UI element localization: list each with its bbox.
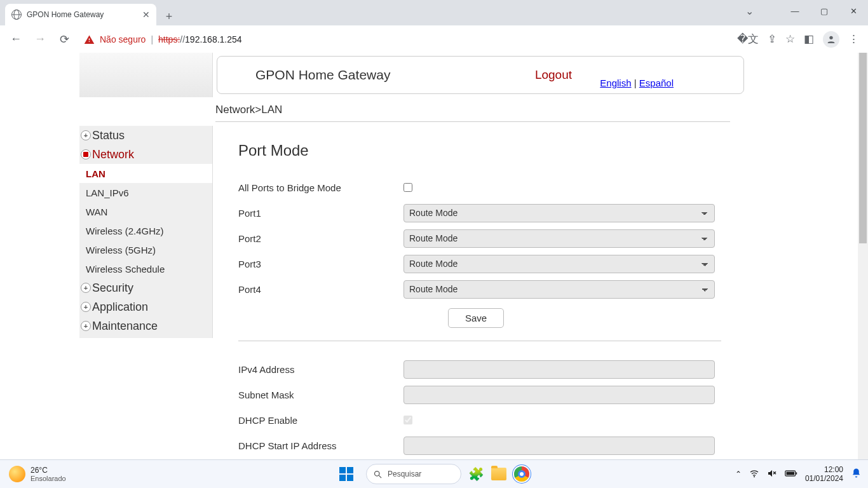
back-button[interactable]: ← <box>5 29 27 50</box>
svg-line-2 <box>379 475 381 478</box>
breadcrumb: Network>LAN <box>215 104 282 116</box>
sidebar-sub-wireless-5[interactable]: Wireless (5GHz) <box>79 240 212 259</box>
volume-muted-icon[interactable] <box>767 468 777 480</box>
weather-widget[interactable]: 26°C Ensolarado <box>0 466 66 482</box>
clock-date: 01/01/2024 <box>805 474 843 483</box>
tab-title: GPON Home Gateway <box>27 10 104 19</box>
share-icon[interactable]: ⇪ <box>768 32 776 46</box>
collapse-icon <box>81 149 91 159</box>
checkbox-dhcp-enable[interactable] <box>403 416 412 424</box>
bookmark-icon[interactable]: ☆ <box>785 32 795 46</box>
menu-icon[interactable]: ⋮ <box>848 32 859 46</box>
translate-icon[interactable]: �文 <box>737 32 759 46</box>
battery-icon[interactable] <box>785 470 797 479</box>
row-port2: Port2 Route Mode <box>238 226 728 251</box>
window-maximize-button[interactable]: ▢ <box>810 0 839 22</box>
tab-strip: GPON Home Gateway ✕ + ⌄ — ▢ ✕ <box>0 0 868 25</box>
sidebar-item-network[interactable]: Network <box>79 145 212 164</box>
sidebar-item-application[interactable]: Application <box>79 297 212 316</box>
windows-icon <box>339 467 353 481</box>
label-ipv4-address: IPv4 Address <box>238 364 403 375</box>
row-port4: Port4 Route Mode <box>238 276 728 302</box>
lang-separator: | <box>634 78 639 88</box>
browser-tab[interactable]: GPON Home Gateway ✕ <box>5 4 156 25</box>
tab-close-icon[interactable]: ✕ <box>142 10 150 20</box>
chrome-icon <box>514 466 529 482</box>
forward-button[interactable]: → <box>29 29 51 50</box>
scrollbar-thumb[interactable] <box>859 53 867 243</box>
logo-area <box>79 53 213 97</box>
tray-chevron-icon[interactable]: ⌃ <box>735 470 742 478</box>
sidebar-sub-wireless-24[interactable]: Wireless (2.4GHz) <box>79 221 212 240</box>
save-button[interactable]: Save <box>448 308 504 328</box>
taskbar-app-explorer[interactable] <box>491 466 507 482</box>
row-dhcp-enable: DHCP Enable <box>238 407 728 433</box>
input-dhcp-start[interactable] <box>403 437 715 455</box>
start-button[interactable] <box>338 466 355 482</box>
sidebar: Status Network LAN LAN_IPv6 WAN Wireless… <box>79 126 213 338</box>
search-icon <box>373 470 383 479</box>
input-subnet-mask[interactable] <box>403 386 715 404</box>
label-dhcp-start: DHCP Start IP Address <box>238 440 403 451</box>
label-dhcp-enable: DHCP Enable <box>238 415 403 426</box>
sidebar-sub-lan[interactable]: LAN <box>79 164 212 183</box>
select-port2[interactable]: Route Mode <box>403 229 715 248</box>
svg-rect-8 <box>786 471 794 475</box>
select-port3[interactable]: Route Mode <box>403 255 715 273</box>
globe-icon <box>11 10 22 20</box>
save-row: Save <box>238 308 728 328</box>
not-secure-label: Não seguro <box>100 34 146 44</box>
new-tab-button[interactable]: + <box>160 8 178 25</box>
expand-icon <box>81 283 91 293</box>
clock[interactable]: 12:00 01/01/2024 <box>805 465 843 484</box>
lang-espanol-link[interactable]: Español <box>639 78 674 88</box>
taskbar-app-chrome[interactable] <box>513 466 530 482</box>
row-port1: Port1 Route Mode <box>238 200 728 226</box>
row-ipv4: IPv4 Address <box>238 356 728 382</box>
tabs-chevron-icon[interactable]: ⌄ <box>745 5 754 17</box>
sidebar-item-status[interactable]: Status <box>79 126 212 145</box>
weather-cond: Ensolarado <box>31 475 66 482</box>
window-minimize-button[interactable]: — <box>780 0 810 22</box>
logout-link[interactable]: Logout <box>535 68 572 82</box>
header-divider <box>215 121 730 122</box>
label-port4: Port4 <box>238 284 403 295</box>
expand-icon <box>81 321 91 331</box>
url-field[interactable]: Não seguro | https://192.168.1.254 <box>78 30 719 49</box>
sidebar-sub-lan-ipv6[interactable]: LAN_IPv6 <box>79 183 212 202</box>
sun-icon <box>9 466 25 482</box>
svg-point-3 <box>754 476 755 477</box>
weather-text: 26°C Ensolarado <box>31 466 66 482</box>
vertical-scrollbar[interactable] <box>858 53 868 459</box>
sidebar-item-maintenance[interactable]: Maintenance <box>79 316 212 336</box>
notification-bell-icon[interactable] <box>851 468 862 480</box>
label-port1: Port1 <box>238 208 403 219</box>
taskbar-search[interactable]: Pesquisar <box>366 464 461 484</box>
sidebar-sub-wireless-schedule[interactable]: Wireless Schedule <box>79 259 212 278</box>
select-port1[interactable]: Route Mode <box>403 204 715 222</box>
input-ipv4-address[interactable] <box>403 360 715 379</box>
page-viewport: GPON Home Gateway Logout English | Españ… <box>0 53 858 459</box>
header-box: GPON Home Gateway Logout English | Españ… <box>217 56 744 94</box>
label-port2: Port2 <box>238 233 403 244</box>
reload-button[interactable]: ⟳ <box>53 29 75 50</box>
page-title: GPON Home Gateway <box>255 67 390 83</box>
label-all-bridge: All Ports to Bridge Mode <box>238 182 403 193</box>
section-heading-port-mode: Port Mode <box>238 142 728 159</box>
checkbox-all-bridge[interactable] <box>403 183 412 192</box>
window-close-button[interactable]: ✕ <box>839 0 868 22</box>
sidepanel-icon[interactable]: ◧ <box>804 32 814 46</box>
select-port4[interactable]: Route Mode <box>403 280 715 299</box>
label-subnet-mask: Subnet Mask <box>238 390 403 400</box>
lang-english-link[interactable]: English <box>600 78 631 88</box>
label-port3: Port3 <box>238 259 403 269</box>
wifi-icon[interactable] <box>749 468 759 480</box>
taskbar-app-extensions[interactable]: 🧩 <box>468 466 484 482</box>
profile-avatar-icon[interactable] <box>823 31 839 48</box>
svg-rect-7 <box>796 472 797 474</box>
taskbar-center: Pesquisar 🧩 <box>338 464 530 484</box>
url-divider: | <box>151 34 153 44</box>
sidebar-item-security[interactable]: Security <box>79 278 212 297</box>
sidebar-sub-wan[interactable]: WAN <box>79 202 212 221</box>
row-dhcp-start: DHCP Start IP Address <box>238 433 728 458</box>
